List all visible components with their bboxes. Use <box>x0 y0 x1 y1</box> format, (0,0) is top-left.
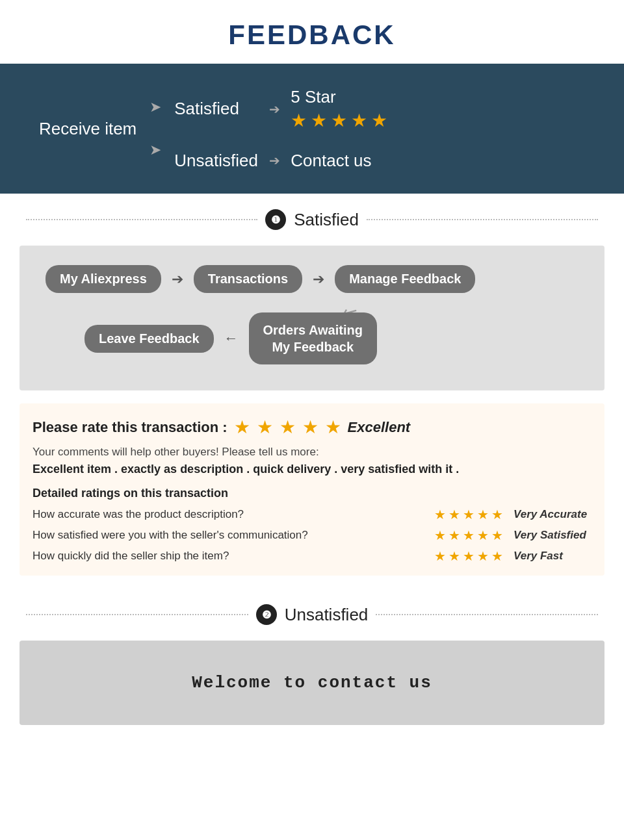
outcomes-column: Satisfied ➔ 5 Star ★ ★ ★ ★ ★ Unsatisfied… <box>174 87 387 171</box>
q2-star-4-icon: ★ <box>477 548 489 564</box>
star-result-group: 5 Star ★ ★ ★ ★ ★ <box>291 87 387 131</box>
header-banner: Receive item ➤ ➤ Satisfied ➔ 5 Star ★ ★ … <box>0 64 624 194</box>
section1-label: Satisfied <box>294 210 359 230</box>
star-5-icon: ★ <box>371 110 387 131</box>
rating-stars-1: ★ ★ ★ ★ ★ <box>434 528 503 543</box>
q0-star-2-icon: ★ <box>448 507 460 522</box>
rating-row-2: How quickly did the seller ship the item… <box>32 548 592 564</box>
satisfied-outcome-row: Satisfied ➔ 5 Star ★ ★ ★ ★ ★ <box>174 87 387 131</box>
rate-star-2-icon: ★ <box>257 416 273 438</box>
rating-question-1: How satisfied were you with the seller's… <box>32 529 428 542</box>
flow-arrow-2-icon: ➔ <box>313 271 324 288</box>
rating-row-0: How accurate was the product description… <box>32 507 592 522</box>
section2-divider: ❷ Unsatisfied <box>0 589 624 641</box>
star-3-icon: ★ <box>331 110 347 131</box>
divider-line2-right <box>376 614 598 615</box>
arrows-column: ➤ ➤ <box>150 99 161 159</box>
section1-number: ❶ <box>265 209 286 230</box>
satisfied-label: Satisfied <box>174 99 259 119</box>
q1-star-5-icon: ★ <box>491 528 503 543</box>
q1-star-1-icon: ★ <box>434 528 446 543</box>
q2-star-5-icon: ★ <box>491 548 503 564</box>
unsatisfied-arrow-icon: ➔ <box>269 153 280 168</box>
rate-star-4-icon: ★ <box>302 416 318 438</box>
receive-item-label: Receive item <box>39 119 136 139</box>
flow-row-2-wrapper: ↙ Leave Feedback ← Orders Awaiting My Fe… <box>46 312 578 364</box>
transactions-pill[interactable]: Transactions <box>194 265 302 293</box>
q1-star-3-icon: ★ <box>463 528 474 543</box>
leave-feedback-pill[interactable]: Leave Feedback <box>84 325 214 353</box>
arrow-up-icon: ➤ <box>150 99 161 116</box>
star-4-icon: ★ <box>351 110 367 131</box>
rating-row-1: How satisfied were you with the seller's… <box>32 528 592 543</box>
detailed-ratings-title: Detailed ratings on this transaction <box>32 487 592 500</box>
q0-star-3-icon: ★ <box>463 507 474 522</box>
contact-us-label: Contact us <box>291 151 371 171</box>
rate-transaction-label: Please rate this transaction : <box>32 419 228 436</box>
flow-row-2: Leave Feedback ← Orders Awaiting My Feed… <box>46 312 578 364</box>
star-1-icon: ★ <box>291 110 307 131</box>
satisfied-arrow-icon: ➔ <box>269 101 280 117</box>
rate-star-5-icon: ★ <box>325 416 341 438</box>
comments-hint: Your comments will help other buyers! Pl… <box>32 446 592 459</box>
five-star-label: 5 Star <box>291 87 387 107</box>
welcome-text: Welcome to contact us <box>46 673 578 693</box>
q0-star-4-icon: ★ <box>477 507 489 522</box>
flow-diagram: My Aliexpress ➔ Transactions ➔ Manage Fe… <box>20 246 604 390</box>
my-aliexpress-pill[interactable]: My Aliexpress <box>46 265 161 293</box>
q2-star-1-icon: ★ <box>434 548 446 564</box>
q0-star-5-icon: ★ <box>491 507 503 522</box>
q1-star-4-icon: ★ <box>477 528 489 543</box>
rate-transaction-row: Please rate this transaction : ★ ★ ★ ★ ★… <box>32 416 592 438</box>
rating-stars-0: ★ ★ ★ ★ ★ <box>434 507 503 522</box>
section1-divider: ❶ Satisfied <box>0 194 624 246</box>
flow-row-1: My Aliexpress ➔ Transactions ➔ Manage Fe… <box>46 265 578 293</box>
rate-star-1-icon: ★ <box>234 416 250 438</box>
section2-number: ❷ <box>256 604 277 625</box>
q2-star-2-icon: ★ <box>448 548 460 564</box>
comments-text: Excellent item . exactly as description … <box>32 463 592 476</box>
welcome-box: Welcome to contact us <box>20 641 604 725</box>
excellent-label: Excellent <box>348 419 411 436</box>
flow-arrow-left-icon: ← <box>224 330 239 347</box>
rating-label-1: Very Satisfied <box>514 529 592 542</box>
rate-star-3-icon: ★ <box>280 416 296 438</box>
divider-line2-left <box>26 614 248 615</box>
rating-question-0: How accurate was the product description… <box>32 508 428 521</box>
q1-star-2-icon: ★ <box>448 528 460 543</box>
star-2-icon: ★ <box>311 110 327 131</box>
section2-label: Unsatisfied <box>285 605 369 625</box>
flow-arrow-1-icon: ➔ <box>172 271 183 288</box>
divider-line-right <box>367 219 598 220</box>
rating-section: Please rate this transaction : ★ ★ ★ ★ ★… <box>20 403 604 576</box>
rating-label-2: Very Fast <box>514 550 592 563</box>
page-title: FEEDBACK <box>0 0 624 64</box>
q0-star-1-icon: ★ <box>434 507 446 522</box>
unsatisfied-outcome-row: Unsatisfied ➔ Contact us <box>174 151 387 171</box>
orders-awaiting-pill[interactable]: Orders Awaiting My Feedback <box>249 312 377 364</box>
five-stars-row: ★ ★ ★ ★ ★ <box>291 110 387 131</box>
rating-stars-2: ★ ★ ★ ★ ★ <box>434 548 503 564</box>
rating-question-2: How quickly did the seller ship the item… <box>32 550 428 563</box>
arrow-down-icon: ➤ <box>150 142 161 159</box>
unsatisfied-label: Unsatisfied <box>174 151 259 171</box>
rating-label-0: Very Accurate <box>514 508 592 521</box>
manage-feedback-pill[interactable]: Manage Feedback <box>335 265 475 293</box>
q2-star-3-icon: ★ <box>463 548 474 564</box>
divider-line-left <box>26 219 257 220</box>
